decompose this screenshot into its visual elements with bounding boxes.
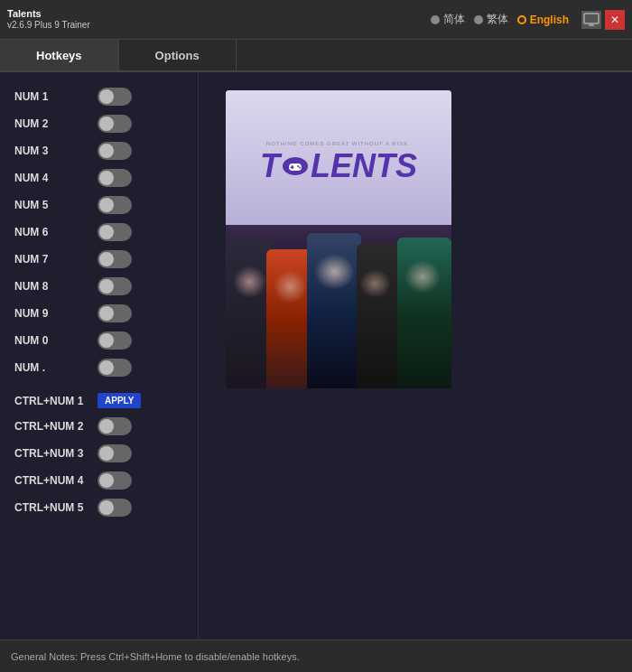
hotkey-row-num4: NUM 4	[0, 164, 198, 191]
toggle-num0[interactable]	[98, 331, 132, 350]
toggle-num9[interactable]	[98, 304, 132, 322]
game-cover: NOTHING COMES GREAT WITHOUT A RISK. T LE…	[226, 90, 451, 388]
hotkey-row-num9: NUM 9	[0, 300, 198, 327]
lang-zh-simplified-radio	[431, 15, 440, 24]
hotkey-row-ctrl-num2: CTRL+NUM 2	[0, 413, 198, 440]
hotkey-label-num3: NUM 3	[14, 145, 87, 157]
toggle-num1[interactable]	[98, 88, 132, 106]
hotkey-label-ctrl-num5: CTRL+NUM 5	[14, 501, 87, 514]
talents-logo: T LENTS	[260, 150, 417, 182]
hotkey-label-num9: NUM 9	[14, 307, 87, 320]
footer: General Notes: Press Ctrl+Shift+Home to …	[0, 639, 632, 672]
hotkey-row-numdot: NUM .	[0, 354, 198, 381]
lang-zh-traditional-label: 繁体	[487, 12, 508, 27]
hotkey-label-num5: NUM 5	[14, 199, 87, 211]
hotkey-row-num6: NUM 6	[0, 219, 198, 246]
app-title: Talents	[7, 8, 431, 20]
app-version: v2.6.9 Plus 9 Trainer	[7, 20, 431, 31]
footer-text: General Notes: Press Ctrl+Shift+Home to …	[11, 651, 300, 662]
toggle-num7[interactable]	[98, 250, 132, 268]
lang-zh-traditional[interactable]: 繁体	[474, 12, 508, 27]
cover-tagline: NOTHING COMES GREAT WITHOUT A RISK.	[266, 141, 411, 146]
svg-point-6	[297, 165, 299, 167]
toggle-ctrl-num4[interactable]	[98, 471, 132, 490]
toggle-ctrl-num2[interactable]	[98, 417, 132, 435]
hotkey-label-ctrl-num1: CTRL+NUM 1	[14, 395, 87, 407]
tab-options[interactable]: Options	[119, 40, 237, 70]
toggle-num5[interactable]	[98, 196, 132, 214]
logo-t: T	[260, 150, 280, 182]
hotkey-label-num4: NUM 4	[14, 172, 87, 184]
lang-zh-traditional-radio	[474, 15, 483, 24]
svg-point-7	[299, 166, 301, 168]
hotkey-row-ctrl-num5: CTRL+NUM 5	[0, 494, 198, 521]
toggle-num2[interactable]	[98, 115, 132, 133]
close-button[interactable]: ✕	[605, 10, 625, 30]
hotkey-label-num8: NUM 8	[14, 280, 87, 293]
monitor-icon	[581, 11, 601, 29]
cover-bottom	[226, 225, 451, 389]
hotkey-row-ctrl-num1: CTRL+NUM 1 APPLY	[0, 388, 198, 413]
hotkey-row-num5: NUM 5	[0, 191, 198, 219]
title-bar: Talents v2.6.9 Plus 9 Trainer 简体 繁体 Engl…	[0, 0, 632, 40]
tab-bar: Hotkeys Options	[0, 40, 632, 72]
toggle-num3[interactable]	[98, 142, 132, 160]
controller-icon	[283, 157, 308, 175]
toggle-ctrl-num3[interactable]	[98, 444, 132, 462]
hotkey-row-num2: NUM 2	[0, 110, 198, 137]
lang-english[interactable]: English	[517, 14, 569, 26]
main-content: NUM 1 NUM 2 NUM 3 NUM 4 NUM 5 NUM 6	[0, 72, 632, 639]
hotkey-label-ctrl-num4: CTRL+NUM 4	[14, 474, 87, 487]
title-info: Talents v2.6.9 Plus 9 Trainer	[7, 8, 431, 31]
hotkey-label-num7: NUM 7	[14, 253, 87, 266]
svg-rect-5	[290, 166, 293, 168]
window-controls: ✕	[581, 10, 625, 30]
toggle-numdot[interactable]	[98, 359, 132, 377]
hotkey-row-num0: NUM 0	[0, 327, 198, 354]
hotkey-row-num8: NUM 8	[0, 273, 198, 300]
hotkey-row-ctrl-num4: CTRL+NUM 4	[0, 467, 198, 494]
hotkey-row-num1: NUM 1	[0, 83, 198, 110]
hotkey-label-numdot: NUM .	[14, 361, 87, 374]
toggle-num4[interactable]	[98, 169, 132, 187]
hotkeys-panel: NUM 1 NUM 2 NUM 3 NUM 4 NUM 5 NUM 6	[0, 72, 199, 639]
hotkey-row-ctrl-num3: CTRL+NUM 3	[0, 440, 198, 467]
toggle-num6[interactable]	[98, 223, 132, 241]
hotkey-label-ctrl-num2: CTRL+NUM 2	[14, 420, 87, 433]
hotkey-label-num2: NUM 2	[14, 117, 87, 130]
lang-zh-simplified-label: 简体	[443, 12, 465, 27]
svg-rect-0	[584, 14, 599, 23]
cover-top: NOTHING COMES GREAT WITHOUT A RISK. T LE…	[226, 90, 451, 225]
toggle-ctrl-num5[interactable]	[98, 499, 132, 517]
language-options: 简体 繁体 English	[431, 12, 569, 27]
hotkey-row-num3: NUM 3	[0, 137, 198, 164]
lang-english-label: English	[530, 14, 569, 26]
hotkey-label-num0: NUM 0	[14, 334, 87, 347]
hotkey-label-ctrl-num3: CTRL+NUM 3	[14, 447, 87, 460]
logo-lents: LENTS	[311, 150, 417, 182]
tab-hotkeys[interactable]: Hotkeys	[0, 40, 119, 70]
hotkey-label-num6: NUM 6	[14, 226, 87, 238]
toggle-num8[interactable]	[98, 277, 132, 295]
apply-button[interactable]: APPLY	[98, 393, 141, 408]
hotkey-label-num1: NUM 1	[14, 90, 87, 103]
lang-zh-simplified[interactable]: 简体	[431, 12, 465, 27]
game-image-area: NOTHING COMES GREAT WITHOUT A RISK. T LE…	[199, 72, 632, 639]
lang-english-radio	[517, 15, 526, 24]
hotkey-row-num7: NUM 7	[0, 246, 198, 273]
